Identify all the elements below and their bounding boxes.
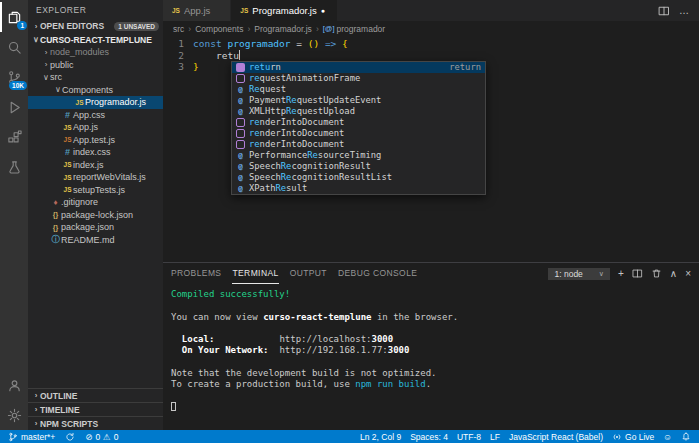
file-name: index.css <box>73 147 111 157</box>
close-panel-icon[interactable]: × <box>685 269 691 279</box>
file-type-icon <box>50 224 61 231</box>
search-icon <box>7 40 22 55</box>
tree-item[interactable]: App.js <box>28 121 163 134</box>
tree-item[interactable]: index.js <box>28 159 163 172</box>
notifications-item[interactable] <box>681 432 691 442</box>
language-mode-item[interactable]: JavaScript React (Babel) <box>509 432 603 442</box>
sync-item[interactable] <box>65 432 75 442</box>
suggestion-item[interactable]: return return <box>232 62 485 73</box>
status-bar-right: Ln 2, Col 9 Spaces: 4 UTF-8 LF JavaScrip… <box>360 432 691 442</box>
code-line-1: constprogramador = () => { <box>193 38 699 50</box>
suggestion-item[interactable]: PerformanceResourceTiming <box>232 150 485 161</box>
panel-tab[interactable]: PROBLEMS <box>171 263 221 284</box>
sidebar-section-header[interactable]: › OUTLINE <box>28 388 163 402</box>
tree-item[interactable]: › public <box>28 59 163 72</box>
activity-explorer[interactable]: 1 <box>0 2 28 32</box>
breadcrumb-item[interactable]: src <box>173 24 184 34</box>
tree-item[interactable]: Programador.js <box>28 96 163 109</box>
tree-item[interactable]: ∨ Components <box>28 84 163 97</box>
label-match: Re <box>281 161 292 171</box>
suggestion-item[interactable]: SpeechRecognitionResultList <box>232 172 485 183</box>
sidebar-section-header[interactable]: › NPM SCRIPTS <box>28 416 163 430</box>
split-editor-icon[interactable] <box>658 5 670 17</box>
label-post: sult <box>286 183 307 193</box>
activity-settings[interactable] <box>0 400 28 430</box>
chevron-right-icon: › <box>32 419 40 428</box>
suggestion-item[interactable]: renderIntoDocument <box>232 128 485 139</box>
tree-item[interactable]: index.css <box>28 146 163 159</box>
cursor-position-item[interactable]: Ln 2, Col 9 <box>360 432 401 442</box>
chevron-right-icon: › <box>32 22 40 31</box>
tree-item[interactable]: ∨ src <box>28 71 163 84</box>
tree-item[interactable]: package-lock.json <box>28 209 163 222</box>
editor-tab-bar: App.js Programador.js … <box>163 0 699 21</box>
panel-tab[interactable]: DEBUG CONSOLE <box>338 263 417 284</box>
more-actions-icon[interactable]: … <box>679 5 690 16</box>
activity-testing[interactable] <box>0 152 28 182</box>
terminal-picker[interactable]: 1: node ∨ <box>548 268 610 280</box>
suggestion-kind-icon <box>236 184 245 193</box>
panel-tab[interactable]: OUTPUT <box>290 263 327 284</box>
breadcrumb-item[interactable]: programador <box>312 24 385 34</box>
terminal-output[interactable]: Compiled successfully! You can now view … <box>163 284 699 430</box>
suggestion-item[interactable]: SpeechRecognitionResult <box>232 161 485 172</box>
split-terminal-icon[interactable] <box>632 268 643 279</box>
file-type-icon <box>62 124 73 131</box>
tree-item[interactable]: App.css <box>28 109 163 122</box>
tree-item[interactable]: README.md <box>28 234 163 247</box>
eol-item[interactable]: LF <box>490 432 500 442</box>
sidebar-section-header[interactable]: › TIMELINE <box>28 402 163 416</box>
label-pre: XMLHttp <box>249 106 286 116</box>
tree-item[interactable]: reportWebVitals.js <box>28 171 163 184</box>
label-match: re <box>249 117 260 127</box>
suggestion-item[interactable]: PaymentRequestUpdateEvent <box>232 95 485 106</box>
editor-tab[interactable]: App.js <box>163 0 231 21</box>
explorer-sidebar: EXPLORER › OPEN EDITORS 1 UNSAVED ∨ CURS… <box>28 0 163 430</box>
tree-item[interactable]: App.test.js <box>28 134 163 147</box>
tree-item[interactable]: › node_modules <box>28 46 163 59</box>
label-post: nderIntoDocument <box>260 128 345 138</box>
tree-item[interactable]: .gitignore <box>28 196 163 209</box>
breadcrumb-item[interactable]: Programador.js <box>243 24 311 34</box>
breadcrumb-item[interactable]: Components <box>184 24 243 34</box>
go-live-item[interactable]: Go Live <box>612 432 654 442</box>
code-editor[interactable]: 1 2 3 constprogramador = () => { retu } … <box>163 36 699 262</box>
file-type-icon <box>62 136 73 143</box>
panel-tab[interactable]: TERMINAL <box>232 263 278 284</box>
label-match: retu <box>249 62 270 72</box>
suggestion-label: renderIntoDocument <box>249 117 344 129</box>
activity-source-control[interactable]: 10K <box>0 62 28 92</box>
encoding-item[interactable]: UTF-8 <box>457 432 481 442</box>
activity-run-debug[interactable] <box>0 92 28 122</box>
indentation-item[interactable]: Spaces: 4 <box>410 432 448 442</box>
local-url: http://localhost: <box>214 334 371 344</box>
maximize-panel-icon[interactable]: ∧ <box>670 269 677 279</box>
tree-item[interactable]: package.json <box>28 221 163 234</box>
editor-tab[interactable]: Programador.js <box>231 0 337 21</box>
label-post: questAnimationFrame <box>260 73 361 83</box>
suggestion-item[interactable]: Request <box>232 84 485 95</box>
activity-account[interactable] <box>0 370 28 400</box>
workspace-root-folder[interactable]: ∨ CURSO-REACT-TEMPLUNE <box>28 33 163 46</box>
network-url: http://192.168.1.77: <box>269 345 388 355</box>
file-type-icon <box>62 174 73 181</box>
git-branch-item[interactable]: master*+ <box>8 432 55 442</box>
label-post: questUpload <box>297 106 355 116</box>
suggestion-kind-icon <box>236 173 245 182</box>
terminal-prompt-line <box>171 402 699 413</box>
problems-item[interactable]: ⊘ 0 ⚠ 0 <box>85 432 118 442</box>
feedback-item[interactable]: ☺ <box>663 432 672 442</box>
activity-extensions[interactable] <box>0 122 28 152</box>
line-number: 3 <box>163 61 184 73</box>
open-editors-header[interactable]: › OPEN EDITORS 1 UNSAVED <box>28 19 163 33</box>
activity-search[interactable] <box>0 32 28 62</box>
suggestion-item[interactable]: XMLHttpRequestUpload <box>232 106 485 117</box>
tree-item[interactable]: setupTests.js <box>28 184 163 197</box>
code-line-2: retu <box>193 50 699 62</box>
suggestion-item[interactable]: renderIntoDocument <box>232 139 485 150</box>
suggestion-item[interactable]: requestAnimationFrame <box>232 73 485 84</box>
new-terminal-icon[interactable]: + <box>618 269 624 279</box>
kill-terminal-icon[interactable] <box>651 268 662 279</box>
suggestion-item[interactable]: renderIntoDocument <box>232 117 485 128</box>
suggestion-item[interactable]: XPathResult <box>232 183 485 194</box>
